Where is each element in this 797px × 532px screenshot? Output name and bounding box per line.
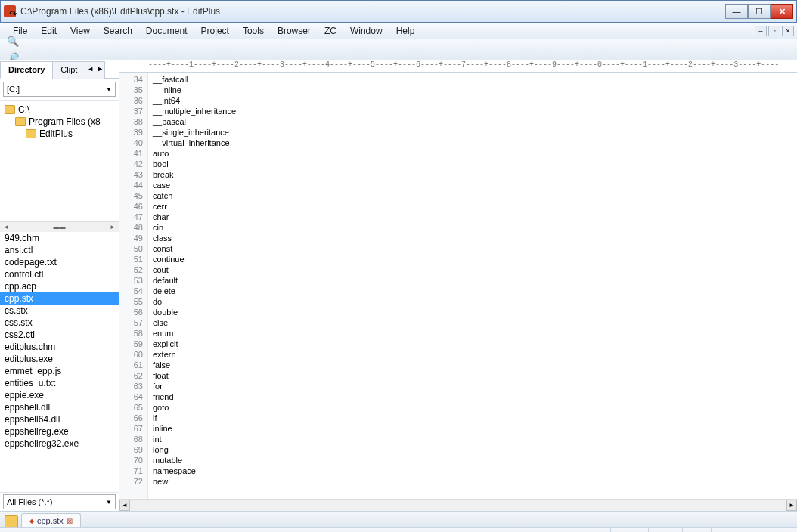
doc-tab-label: cpp.stx	[37, 516, 64, 525]
file-item[interactable]: eppshell.dll	[0, 401, 119, 413]
tree-folder[interactable]: EditPlus	[2, 128, 117, 140]
close-tab-icon[interactable]: ⊠	[67, 517, 73, 525]
menu-search[interactable]: Search	[97, 23, 139, 39]
status-length: 116	[649, 528, 683, 532]
mdi-close-button[interactable]: ×	[782, 26, 794, 36]
title-bar: C:\Program Files (x86)\EditPlus\cpp.stx …	[0, 0, 797, 23]
file-item[interactable]: cpp.acp	[0, 280, 119, 292]
file-list[interactable]: 949.chmansi.ctlcodepage.txtcontrol.ctlcp…	[0, 232, 119, 493]
hscroll-right[interactable]: ►	[786, 500, 797, 511]
status-mode: PC	[712, 528, 743, 532]
document-tabs: ◆ cpp.stx ⊠	[0, 511, 797, 527]
file-item[interactable]: ansi.ctl	[0, 244, 119, 256]
file-item[interactable]: css.stx	[0, 317, 119, 329]
file-item[interactable]: eppshellreg.exe	[0, 425, 119, 438]
status-help: For Help, press F1	[0, 528, 572, 532]
menu-edit[interactable]: Edit	[34, 23, 64, 39]
mdi-restore-button[interactable]: ▫	[768, 26, 780, 36]
menu-help[interactable]: Help	[389, 23, 422, 39]
folder-icon	[15, 117, 26, 126]
chevron-down-icon: ▼	[106, 86, 112, 93]
modified-dot-icon: ◆	[29, 518, 34, 524]
tree-hscroll[interactable]: ◄▬▬►	[0, 221, 119, 232]
toolbar-button[interactable]: 🔍	[5, 33, 21, 50]
tree-folder[interactable]: C:\	[2, 104, 117, 116]
tab-directory[interactable]: Directory	[0, 61, 53, 79]
folder-icon	[26, 129, 36, 138]
ruler: ----+----1----+----2----+----3----+----4…	[119, 60, 797, 73]
file-item[interactable]: emmet_epp.js	[0, 365, 119, 377]
file-item[interactable]: css2.ctl	[0, 329, 119, 341]
menu-zc[interactable]: ZC	[318, 23, 343, 39]
tree-folder[interactable]: Program Files (x8	[2, 116, 117, 128]
tab-nav-left[interactable]: ◄	[85, 61, 95, 79]
toolbar-button[interactable]: ↶	[5, 0, 21, 6]
file-item[interactable]: eppshell64.dll	[0, 413, 119, 425]
doc-tab-cpp-stx[interactable]: ◆ cpp.stx ⊠	[21, 513, 81, 527]
status-selection: 00	[683, 528, 712, 532]
file-item[interactable]: eppshellreg32.exe	[0, 438, 119, 450]
file-item[interactable]: eppie.exe	[0, 389, 119, 401]
file-item[interactable]: 949.chm	[0, 232, 119, 244]
file-item[interactable]: editplus.exe	[0, 353, 119, 365]
toolbar: 📄📂💾🗃⎘🖨🖶👁✂📋📄✖↶↷🔍🔎🔁🔤A↓HxW☰▦✔▭▣▤▥▶❓	[0, 39, 797, 60]
chevron-down-icon: ▼	[106, 499, 112, 506]
file-item[interactable]: codepage.txt	[0, 256, 119, 268]
editor: ----+----1----+----2----+----3----+----4…	[119, 60, 797, 511]
status-column: col 5	[611, 528, 649, 532]
tab-cliptext[interactable]: Clipt	[52, 61, 85, 79]
hscroll-left[interactable]: ◄	[119, 500, 130, 511]
toolbar-button[interactable]: ↷	[5, 6, 21, 23]
status-encoding: ANSI	[743, 528, 783, 532]
line-gutter: 34 35 36 37 38 39 40 41 42 43 44 45 46 4…	[119, 73, 148, 499]
filter-label: All Files (*.*)	[7, 497, 53, 506]
code-content[interactable]: __fastcall __inline __int64 __multiple_i…	[148, 73, 797, 499]
drive-selector[interactable]: [C:] ▼	[3, 82, 116, 97]
file-item[interactable]: cpp.stx	[0, 292, 119, 305]
menu-project[interactable]: Project	[194, 23, 236, 39]
menu-tools[interactable]: Tools	[236, 23, 271, 39]
menu-document[interactable]: Document	[139, 23, 194, 39]
doc-folder-icon[interactable]	[5, 515, 18, 527]
menu-bar: FileEditViewSearchDocumentProjectToolsBr…	[0, 23, 797, 39]
file-item[interactable]: editplus.chm	[0, 341, 119, 353]
tab-nav-right[interactable]: ►	[95, 61, 105, 79]
folder-icon	[5, 105, 15, 114]
mdi-minimize-button[interactable]: –	[755, 26, 767, 36]
file-item[interactable]: cs.stx	[0, 305, 119, 317]
status-line: ln 22	[572, 528, 611, 532]
folder-tree[interactable]: C:\Program Files (x8EditPlus	[0, 101, 119, 221]
minimize-button[interactable]: —	[725, 4, 748, 19]
maximize-button[interactable]: ☐	[748, 4, 771, 19]
drive-label: [C:]	[7, 85, 20, 94]
menu-browser[interactable]: Browser	[271, 23, 318, 39]
hscroll-track[interactable]	[130, 500, 786, 511]
close-button[interactable]: ✕	[771, 4, 793, 19]
sidebar: Directory Clipt ◄ ► [C:] ▼ C:\Program Fi…	[0, 60, 119, 511]
menu-view[interactable]: View	[64, 23, 97, 39]
file-item[interactable]: control.ctl	[0, 268, 119, 280]
menu-window[interactable]: Window	[343, 23, 389, 39]
file-item[interactable]: entities_u.txt	[0, 377, 119, 389]
status-bar: For Help, press F1 ln 22 col 5 116 00 PC…	[0, 527, 797, 532]
file-filter[interactable]: All Files (*.*) ▼	[3, 494, 116, 509]
window-title: C:\Program Files (x86)\EditPlus\cpp.stx …	[20, 6, 725, 17]
